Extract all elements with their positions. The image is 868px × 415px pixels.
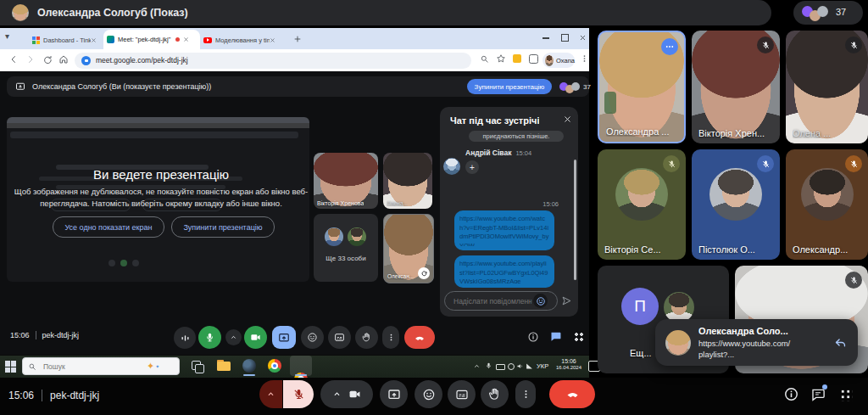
tile-menu-icon[interactable] <box>661 38 678 55</box>
inner-tile-olena[interactable]: Олена... <box>383 153 432 209</box>
send-message-icon[interactable] <box>561 295 572 306</box>
inner-stop-presenting-button[interactable]: Зупинити презентацію <box>467 79 552 94</box>
chat-input-pill[interactable] <box>444 291 558 311</box>
start-button[interactable] <box>5 361 17 373</box>
camera-options-chevron[interactable] <box>332 390 342 399</box>
inner-tile-more-people[interactable]: Ще 33 особи <box>314 214 378 282</box>
chrome-icon[interactable] <box>268 359 281 373</box>
tray-clock[interactable]: 15:06 16.04.2024 <box>553 357 585 372</box>
chat-close-icon[interactable] <box>563 115 572 124</box>
inner-mic-button[interactable] <box>198 326 221 349</box>
chat-link-message-2[interactable]: https://www.youtube.com/playlist?list=PL… <box>454 255 554 288</box>
window-minimize-icon[interactable] <box>542 37 549 39</box>
back-icon[interactable] <box>8 54 19 64</box>
chat-link-text[interactable]: https://www.youtube.com/playlist?list=PL… <box>459 260 549 283</box>
inner-camera-button[interactable] <box>244 326 267 349</box>
file-explorer-icon[interactable] <box>217 360 231 371</box>
inner-chat-button-active[interactable] <box>549 330 562 343</box>
tile-olena[interactable]: Олена ... <box>786 31 868 143</box>
tile-oleksandra[interactable]: Олександра ... <box>598 31 686 143</box>
inner-more-options-button[interactable] <box>382 326 399 349</box>
divider <box>42 390 42 401</box>
inner-camera-options-chevron[interactable] <box>225 329 242 345</box>
tile-viktoria-khren[interactable]: Вікторія Хрен... <box>692 31 780 143</box>
tray-language[interactable]: УКР <box>537 362 548 370</box>
tray-battery-icon[interactable] <box>496 364 505 370</box>
stop-presentation-button[interactable]: Зупинити презентацію <box>171 216 275 238</box>
tray-time: 15:06 <box>553 357 585 365</box>
chat-timestamp: 15:06 <box>440 200 559 208</box>
toast-avatar <box>665 330 691 356</box>
mic-options-chevron[interactable] <box>259 380 282 408</box>
tab-close-icon[interactable] <box>270 37 275 43</box>
tab-close-icon[interactable] <box>183 36 189 42</box>
tray-chevron-icon[interactable] <box>473 362 481 370</box>
task-view-icon[interactable] <box>192 361 201 370</box>
search-icon[interactable] <box>480 54 489 64</box>
chat-toggle-button[interactable] <box>810 387 826 402</box>
tray-volume-icon[interactable] <box>516 362 524 370</box>
new-tab-icon[interactable] <box>293 35 302 43</box>
tray-network-icon[interactable] <box>526 362 533 370</box>
taskbar-search-box[interactable]: ✦ ✦ <box>22 357 180 375</box>
chat-link-text[interactable]: https://www.youtube.com/watch?v=ERegbT-M… <box>459 215 549 246</box>
inner-apps-grid-icon[interactable] <box>573 331 585 343</box>
omnibox[interactable]: meet.google.com/pek-dtdj-jkj <box>75 53 471 69</box>
chat-message-input[interactable] <box>452 296 533 306</box>
more-options-button[interactable] <box>515 380 536 408</box>
chat-scrollbar[interactable] <box>574 160 576 280</box>
tab-list-chevron-icon[interactable]: ▾ <box>5 31 9 41</box>
reactions-button[interactable] <box>415 380 442 408</box>
present-screen-button[interactable] <box>380 380 408 408</box>
participant-count-pill[interactable]: 37 <box>793 1 863 25</box>
window-close-icon[interactable] <box>579 34 587 42</box>
captions-button[interactable] <box>448 380 476 408</box>
inner-tile-viktoria[interactable]: Вікторія Хренова <box>314 153 378 209</box>
end-call-button[interactable] <box>549 380 595 408</box>
tray-mic-icon[interactable] <box>485 362 492 370</box>
extension-icon[interactable] <box>513 54 521 63</box>
chat-toast[interactable]: Олександра Соло... https://www.youtube.c… <box>655 319 858 366</box>
apps-grid-icon[interactable] <box>839 388 853 401</box>
tile-pistoliuk[interactable]: Пістолюк О... <box>692 149 780 260</box>
inner-reactions-button[interactable] <box>301 326 324 349</box>
browser-menu-icon[interactable] <box>580 53 589 64</box>
mic-muted-button[interactable] <box>283 380 314 408</box>
camera-split-button[interactable] <box>320 380 373 408</box>
toast-reply-icon[interactable] <box>833 335 848 350</box>
reload-icon[interactable] <box>42 54 53 64</box>
bookmark-star-icon[interactable] <box>496 53 506 64</box>
camera-icon[interactable] <box>348 388 361 401</box>
inner-raise-hand-button[interactable] <box>355 326 378 349</box>
mic-off-icon <box>845 155 862 172</box>
app-icon[interactable] <box>242 359 256 373</box>
toast-message-line2[interactable]: playlist?... <box>698 350 830 359</box>
raise-hand-button[interactable] <box>481 380 509 408</box>
forward-icon[interactable] <box>25 54 36 64</box>
tab-meet-active[interactable]: Meet: "pek-dtdj-jkj" <box>103 30 200 49</box>
home-icon[interactable] <box>58 54 69 64</box>
tile-viktoria-se[interactable]: Вікторія Се... <box>598 149 686 260</box>
chat-link-message-1[interactable]: https://www.youtube.com/watch?v=ERegbT-M… <box>454 210 554 250</box>
flip-camera-icon[interactable] <box>418 267 430 279</box>
toast-message-line1[interactable]: https://www.youtube.com/ <box>698 339 830 348</box>
taskbar-search-input[interactable] <box>42 362 147 372</box>
inner-tile-self[interactable]: Олексан... <box>383 214 434 283</box>
window-maximize-icon[interactable] <box>561 34 569 42</box>
emoji-picker-icon[interactable] <box>533 294 548 308</box>
show-anyway-button[interactable]: Усе одно показати екран <box>53 216 164 238</box>
tray-status-icon[interactable] <box>508 363 515 370</box>
presenter-avatar <box>12 4 29 21</box>
tile-oleksandr[interactable]: Олександр... <box>786 149 868 260</box>
chat-attachment-chip[interactable]: + <box>465 160 479 174</box>
inner-captions-button[interactable] <box>328 326 351 349</box>
inner-info-button[interactable] <box>526 329 541 345</box>
tab-tinkercad[interactable]: Dashboard - Tinkercad <box>32 31 102 48</box>
profile-chip[interactable]: Oxana <box>542 53 575 68</box>
tab-youtube[interactable]: Моделювання у tinkercad - Y... <box>203 31 285 48</box>
tab-close-icon[interactable] <box>91 37 97 43</box>
inner-present-button-active[interactable] <box>272 326 296 349</box>
inner-end-call-button[interactable] <box>404 326 435 349</box>
meeting-info-button[interactable] <box>783 386 799 402</box>
tab-search-icon[interactable] <box>529 54 538 64</box>
